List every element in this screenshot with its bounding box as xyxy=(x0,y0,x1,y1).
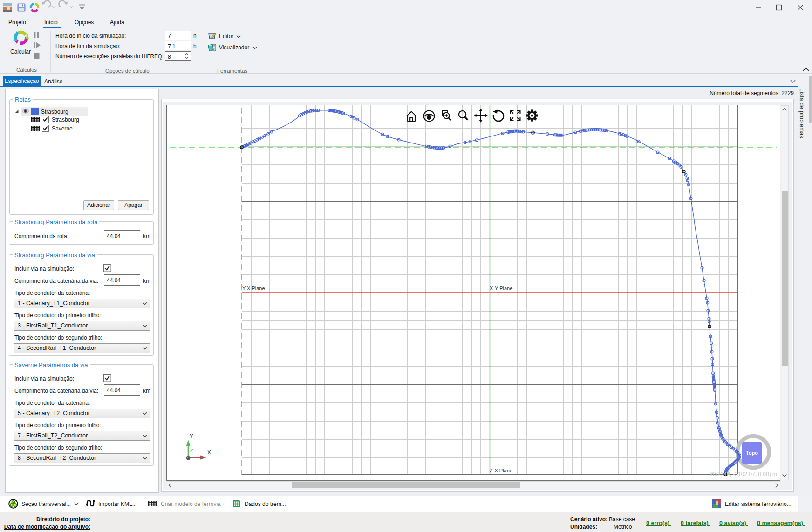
svg-text:Y: Y xyxy=(190,433,193,439)
svg-text:Z: Z xyxy=(190,448,193,453)
svg-text:(652349, -3102.07, 0.00) m: (652349, -3102.07, 0.00) m xyxy=(710,471,777,477)
svg-text:Y-X Plane: Y-X Plane xyxy=(242,286,265,291)
svg-text:Topo: Topo xyxy=(746,450,758,456)
svg-text:X: X xyxy=(207,450,211,455)
svg-text:Z-X Plane: Z-X Plane xyxy=(490,468,512,473)
svg-text:X-Y Plane: X-Y Plane xyxy=(490,286,512,291)
